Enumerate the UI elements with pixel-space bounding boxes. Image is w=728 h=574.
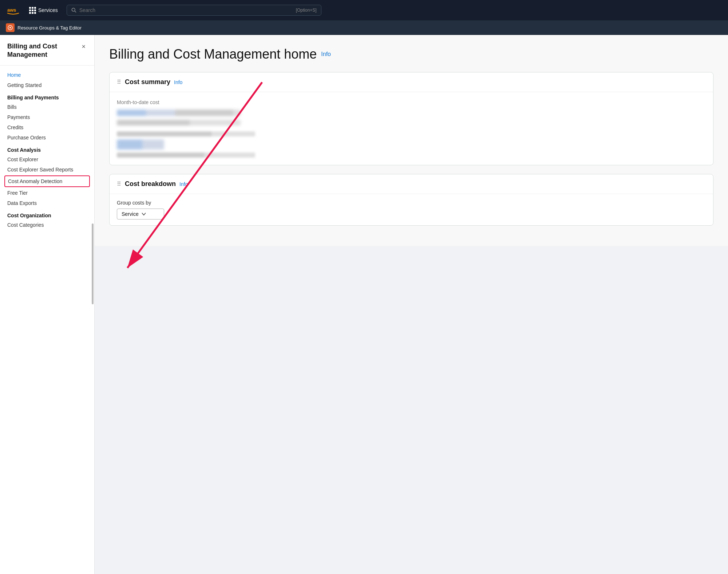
resource-groups-icon: [6, 23, 15, 32]
svg-point-5: [9, 27, 11, 28]
sidebar-section-cost-analysis: Cost Analysis: [0, 143, 94, 154]
cost-breakdown-card: ⠿ Cost breakdown Info Group costs by Ser…: [109, 174, 713, 226]
month-to-date-label: Month-to-date cost: [117, 99, 706, 105]
chevron-down-icon: [142, 213, 146, 215]
cost-summary-info-link[interactable]: Info: [174, 79, 182, 85]
grid-icon: [29, 7, 36, 14]
cost-summary-card-body: Month-to-date cost: [110, 92, 713, 165]
page-header: Billing and Cost Management home Info: [109, 47, 713, 62]
content-area: Billing and Cost Management home Info ⠿ …: [95, 35, 728, 246]
search-input[interactable]: [79, 7, 293, 13]
page-title: Billing and Cost Management home: [109, 47, 317, 62]
sidebar-item-bills[interactable]: Bills: [0, 102, 94, 112]
drag-handle-icon-2[interactable]: ⠿: [117, 181, 121, 187]
main-container: Billing and Cost Management × Home Getti…: [0, 35, 728, 574]
sidebar-item-cost-explorer-saved-reports[interactable]: Cost Explorer Saved Reports: [0, 165, 94, 175]
sidebar-item-getting-started[interactable]: Getting Started: [0, 80, 94, 90]
group-costs-section: Group costs by Service: [110, 194, 713, 225]
group-costs-label: Group costs by: [117, 200, 706, 206]
sidebar-item-credits[interactable]: Credits: [0, 122, 94, 132]
sidebar-item-payments[interactable]: Payments: [0, 112, 94, 122]
sidebar-item-cost-anomaly-detection[interactable]: Cost Anomaly Detection: [4, 175, 90, 187]
sidebar-section-cost-organization: Cost Organization: [0, 208, 94, 220]
svg-point-2: [72, 8, 75, 11]
sidebar-item-data-exports[interactable]: Data Exports: [0, 198, 94, 208]
sidebar-item-home[interactable]: Home: [0, 70, 94, 80]
drag-handle-icon[interactable]: ⠿: [117, 79, 121, 86]
cost-breakdown-info-link[interactable]: Info: [179, 181, 188, 187]
blurred-row-3: [117, 131, 255, 136]
blurred-cost-value-row: [117, 110, 241, 116]
group-costs-dropdown-value: Service: [122, 211, 139, 217]
page-info-link[interactable]: Info: [321, 51, 331, 58]
cost-breakdown-title: Cost breakdown: [125, 180, 176, 188]
search-icon: [71, 8, 76, 13]
sidebar-section-billing-payments: Billing and Payments: [0, 90, 94, 102]
cost-summary-card-header: ⠿ Cost summary Info: [110, 72, 713, 92]
blurred-small-value: [117, 139, 164, 150]
resource-groups-label: Resource Groups & Tag Editor: [17, 25, 82, 31]
top-navigation: aws Services [Option+S]: [0, 0, 728, 20]
sidebar-item-cost-explorer[interactable]: Cost Explorer: [0, 154, 94, 165]
services-button[interactable]: Services: [26, 5, 61, 15]
sidebar-title: Billing and Cost Management: [7, 42, 80, 59]
svg-line-3: [75, 11, 76, 12]
search-bar[interactable]: [Option+S]: [67, 5, 321, 16]
secondary-navigation: Resource Groups & Tag Editor: [0, 20, 728, 35]
group-costs-dropdown[interactable]: Service: [117, 209, 164, 219]
sidebar-item-cost-categories[interactable]: Cost Categories: [0, 220, 94, 230]
search-shortcut: [Option+S]: [296, 8, 317, 13]
sidebar: Billing and Cost Management × Home Getti…: [0, 35, 95, 574]
cost-summary-card: ⠿ Cost summary Info Month-to-date cost: [109, 72, 713, 165]
aws-logo[interactable]: aws: [6, 3, 20, 17]
blurred-secondary-section: [117, 131, 706, 158]
close-sidebar-button[interactable]: ×: [80, 42, 87, 51]
sidebar-item-purchase-orders[interactable]: Purchase Orders: [0, 132, 94, 143]
blurred-cost-detail-row: [117, 120, 241, 126]
sidebar-navigation: Home Getting Started Billing and Payment…: [0, 66, 94, 234]
svg-text:aws: aws: [7, 7, 16, 13]
cost-breakdown-card-header: ⠿ Cost breakdown Info: [110, 174, 713, 194]
sidebar-item-free-tier[interactable]: Free Tier: [0, 188, 94, 198]
cost-summary-title: Cost summary: [125, 78, 170, 86]
services-label: Services: [38, 7, 58, 13]
resource-groups-tag-editor[interactable]: Resource Groups & Tag Editor: [6, 23, 82, 32]
sidebar-scrollbar[interactable]: [92, 223, 94, 304]
sidebar-header: Billing and Cost Management ×: [0, 42, 94, 66]
blurred-row-4: [117, 153, 255, 158]
